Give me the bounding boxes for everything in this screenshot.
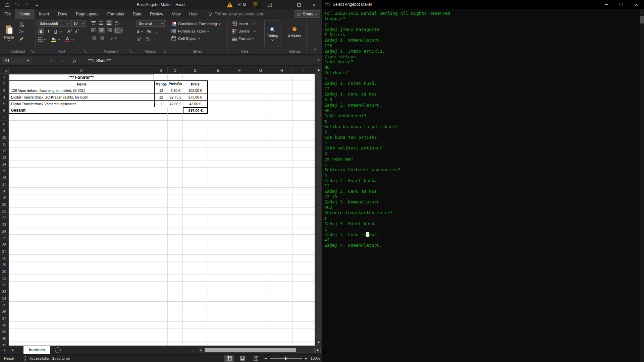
cancel-entry-icon[interactable]: × [47, 57, 56, 64]
console-scroll-thumb[interactable] [640, 16, 644, 23]
cells-area[interactable]: ***T-Shirts*** Name Menge Preis/Stk Prei… [9, 74, 315, 346]
row-header-36[interactable]: 36 [0, 308, 8, 315]
cell-preis[interactable]: 102.00 € [183, 87, 208, 94]
column-header-H[interactable]: H [271, 67, 292, 74]
column-header-F[interactable]: F [229, 67, 250, 74]
horizontal-scrollbar[interactable] [204, 348, 315, 353]
console-scrollbar[interactable] [640, 9, 644, 362]
paste-button[interactable]: Paste [1, 20, 17, 46]
middle-align-icon[interactable] [98, 20, 104, 26]
zoom-in-icon[interactable]: + [305, 356, 307, 361]
borders-chevron[interactable] [44, 38, 46, 40]
orientation-icon[interactable]: ab [111, 35, 116, 41]
cell-name[interactable]: 128 Viper deluxe, flaschengrün meliert, … [9, 87, 154, 94]
cell-menge[interactable]: 1 [154, 101, 168, 107]
row-header-13[interactable]: 13 [0, 154, 8, 161]
invoice-title-cell[interactable]: ***T-Shirts*** [9, 74, 154, 80]
row-header-35[interactable]: 35 [0, 302, 8, 308]
row-header-4[interactable]: 4 [0, 94, 8, 101]
ribbon-tab-page-layout[interactable]: Page Layout [71, 9, 103, 19]
column-header-E[interactable]: E [208, 67, 229, 74]
row-header-12[interactable]: 12 [0, 147, 8, 154]
row-header-31[interactable]: 31 [0, 275, 8, 282]
tell-me-box[interactable]: Tell me what you want to do [208, 9, 264, 19]
cell-preis-stk[interactable]: 8.50 € [168, 87, 183, 94]
ribbon-tab-help[interactable]: Help [185, 9, 202, 19]
cell-menge[interactable]: 12 [154, 94, 168, 101]
sheet-nav-left-icon[interactable] [0, 349, 9, 352]
row-header-26[interactable]: 26 [0, 241, 8, 248]
name-box[interactable]: A1 [2, 57, 32, 64]
close-button[interactable]: × [307, 0, 322, 9]
row-header-27[interactable]: 27 [0, 248, 8, 255]
cell-menge[interactable]: 12 [154, 87, 168, 94]
row-header-28[interactable]: 28 [0, 255, 8, 261]
increase-decimal-icon[interactable]: ←.0.00 [137, 36, 142, 42]
cell-preis[interactable]: 273.00 € [183, 94, 208, 101]
row-header-11[interactable]: 11 [0, 141, 8, 147]
row-header-14[interactable]: 14 [0, 161, 8, 168]
fill-color-icon[interactable] [51, 37, 57, 43]
bottom-align-icon[interactable] [106, 20, 112, 26]
empty-cell[interactable] [154, 107, 168, 114]
row-header-9[interactable]: 9 [0, 127, 8, 134]
row-header-18[interactable]: 18 [0, 188, 8, 194]
increase-indent-icon[interactable] [99, 35, 104, 41]
ribbon-tab-file[interactable]: File [0, 9, 15, 19]
total-value-cell[interactable]: 417.00 € [183, 107, 208, 114]
zoom-out-icon[interactable]: − [264, 356, 267, 361]
row-header-8[interactable]: 8 [0, 121, 8, 127]
shrink-font-button[interactable]: A [73, 28, 79, 35]
row-header-23[interactable]: 23 [0, 221, 8, 228]
customize-qat-icon[interactable] [34, 2, 40, 7]
row-header-25[interactable]: 25 [0, 235, 8, 241]
editing-button[interactable]: Editing [264, 20, 280, 47]
column-header-B[interactable]: B [154, 67, 168, 74]
confirm-entry-icon[interactable]: ✓ [58, 57, 67, 64]
row-header-24[interactable]: 24 [0, 228, 8, 235]
format-cells-button[interactable]: Format [230, 35, 262, 42]
center-icon[interactable] [98, 27, 105, 34]
row-header-1[interactable]: 1 [0, 74, 8, 80]
tab-strip-dots[interactable]: ⋮ [191, 348, 195, 353]
column-header-A[interactable]: A [9, 67, 154, 74]
row-header-38[interactable]: 38 [0, 322, 8, 328]
console-scroll-up-icon[interactable] [640, 11, 644, 15]
row-header-2[interactable]: 2 [0, 80, 8, 87]
cell-preis-stk[interactable]: 42.00 € [168, 101, 183, 107]
sheet-nav-right-icon[interactable] [9, 349, 17, 352]
cell-styles-button[interactable]: Cell Styles [170, 35, 227, 42]
zoom-level[interactable]: 100% [311, 356, 320, 360]
warning-icon[interactable] [224, 0, 235, 9]
format-as-table-button[interactable]: Format as Table [170, 27, 227, 35]
ribbon-tab-draw[interactable]: Draw [53, 9, 71, 19]
ribbon-display-options-icon[interactable] [262, 0, 276, 9]
header-preis-stk[interactable]: Preis/Stk [168, 80, 183, 87]
row-header-22[interactable]: 22 [0, 215, 8, 221]
save-icon[interactable] [4, 2, 9, 7]
decrease-decimal-icon[interactable]: .00→.0 [146, 36, 151, 42]
zoom-slider[interactable]: − + [264, 356, 307, 361]
row-header-21[interactable]: 21 [0, 208, 8, 215]
font-dialog-launcher-icon[interactable] [84, 50, 87, 53]
underline-options-chevron[interactable] [59, 30, 62, 32]
row-header-7[interactable]: 7 [0, 114, 8, 121]
ribbon-tab-formulas[interactable]: Formulas [103, 9, 128, 19]
row-header-6[interactable]: 6 [0, 107, 8, 114]
normal-view-icon[interactable] [224, 355, 234, 362]
borders-icon[interactable] [38, 37, 43, 42]
row-header-16[interactable]: 16 [0, 174, 8, 181]
share-button[interactable]: Share [294, 10, 320, 18]
row-header-17[interactable]: 17 [0, 181, 8, 188]
fx-icon[interactable]: fx [70, 57, 79, 64]
row-header-34[interactable]: 34 [0, 295, 8, 302]
redo-icon[interactable] [24, 2, 30, 7]
page-layout-view-icon[interactable] [237, 355, 248, 362]
ribbon-tab-insert[interactable]: Insert [35, 9, 53, 19]
conditional-formatting-button[interactable]: Conditional Formatting [170, 20, 227, 27]
cell-name[interactable]: Digital Transferdruck, 2C-Kragen rechts,… [9, 94, 154, 101]
number-format-select[interactable]: General [137, 20, 165, 27]
font-color-icon[interactable]: A [64, 37, 70, 43]
row-header-39[interactable]: 39 [0, 328, 8, 335]
copy-icon[interactable] [19, 29, 24, 34]
